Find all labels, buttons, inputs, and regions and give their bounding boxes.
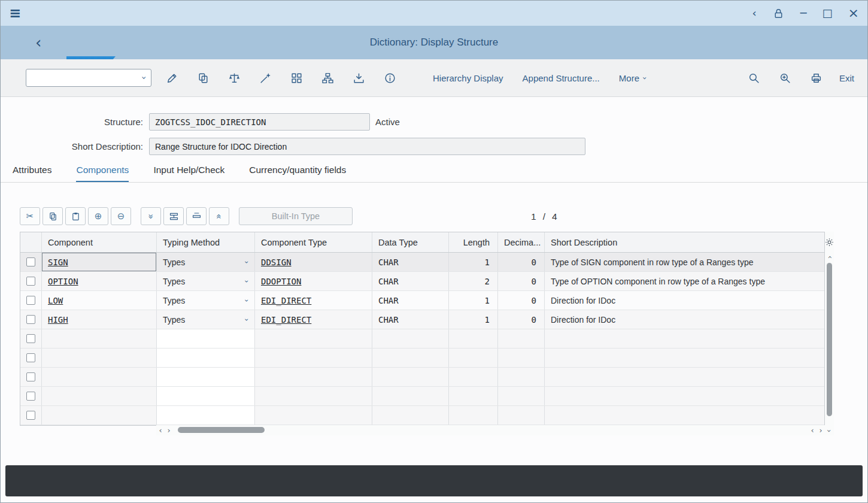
menu-icon[interactable]: ≡ [9, 6, 21, 20]
status-bar [5, 465, 863, 496]
component-type-link[interactable]: EDI_DIRECT [261, 296, 311, 305]
component-type-link[interactable]: DDOPTION [261, 277, 301, 286]
typing-method-select[interactable] [157, 329, 255, 348]
hierarchy-display-button[interactable]: Hierarchy Display [433, 73, 503, 83]
maximize-icon[interactable]: □ [823, 8, 833, 19]
typing-method-select[interactable] [157, 406, 255, 425]
component-type-link[interactable]: DDSIGN [261, 257, 292, 267]
row-select-checkbox[interactable] [26, 372, 35, 381]
table-row-empty[interactable] [20, 329, 824, 349]
search-icon[interactable] [747, 67, 761, 89]
row-select-checkbox[interactable] [26, 411, 35, 420]
column-header-component-type[interactable]: Component Type [255, 232, 372, 252]
table-cell [498, 368, 545, 386]
column-header-length[interactable]: Length [449, 232, 498, 252]
cut-icon[interactable]: ✂ [20, 207, 40, 225]
check-icon[interactable] [227, 67, 241, 89]
insert-line-icon[interactable] [163, 207, 184, 225]
select-all-header[interactable] [20, 232, 42, 252]
structure-field[interactable]: ZOGTCSS_IDOC_DIRECTION [149, 113, 370, 131]
typing-method-select[interactable]: Types › [157, 253, 255, 271]
runtime-object-icon[interactable] [289, 67, 304, 89]
tab-attributes[interactable]: Attributes [13, 161, 51, 183]
vertical-scroll-thumb[interactable] [827, 263, 832, 416]
minimize-icon[interactable]: ─ [800, 8, 807, 19]
paste-icon[interactable] [65, 207, 86, 225]
display-change-icon[interactable] [165, 67, 179, 89]
scroll-down-icon[interactable]: › [825, 426, 834, 435]
row-select-checkbox[interactable] [26, 392, 35, 401]
typing-method-select[interactable]: Types › [157, 272, 255, 290]
delete-row-icon[interactable]: ⊖ [111, 207, 131, 225]
table-row[interactable]: LOW Types › EDI_DIRECT CHAR 1 0 Directio… [20, 291, 824, 310]
vertical-scroll-track[interactable] [825, 262, 834, 426]
table-row-empty[interactable] [20, 387, 824, 406]
column-header-decimals[interactable]: Decima... [498, 232, 545, 252]
component-link[interactable]: SIGN [48, 257, 68, 267]
table-cell [20, 329, 42, 348]
row-select-checkbox[interactable] [26, 353, 35, 362]
table-row-empty[interactable] [20, 349, 824, 368]
typing-method-select[interactable] [157, 368, 255, 386]
tab-input-help-check[interactable]: Input Help/Check [153, 161, 224, 183]
page-down-icon[interactable]: » [141, 207, 161, 225]
where-used-icon[interactable] [320, 67, 335, 89]
table-settings-button[interactable] [825, 232, 834, 252]
lock-icon[interactable] [772, 7, 785, 20]
insert-row-icon[interactable]: ⊕ [88, 207, 108, 225]
typing-method-select[interactable] [157, 349, 255, 367]
scroll-left-icon[interactable]: ‹ [156, 426, 165, 434]
print-icon[interactable] [809, 67, 824, 89]
scroll-right-icon[interactable]: › [165, 426, 173, 434]
import-icon[interactable] [351, 67, 366, 89]
copy-icon[interactable] [43, 207, 63, 225]
typing-method-select[interactable]: Types › [157, 310, 255, 329]
components-table: Component Typing Method Component Type D… [20, 232, 825, 426]
scroll-left-icon[interactable]: ‹ [808, 426, 817, 434]
column-header-data-type[interactable]: Data Type [372, 232, 449, 252]
row-select-checkbox[interactable] [26, 277, 35, 286]
component-link[interactable]: LOW [48, 296, 63, 305]
table-row-empty[interactable] [20, 406, 824, 425]
info-icon[interactable] [383, 67, 397, 89]
table-cell [545, 368, 824, 386]
component-link[interactable]: OPTION [48, 277, 78, 286]
exit-button[interactable]: Exit [839, 73, 854, 83]
horizontal-scroll-track[interactable] [173, 425, 808, 435]
command-field[interactable]: › [26, 69, 151, 87]
table-row[interactable]: HIGH Types › EDI_DIRECT CHAR 1 0 Directi… [20, 310, 824, 329]
tab-components[interactable]: Components [76, 161, 129, 183]
page-up-icon[interactable]: » [209, 207, 229, 225]
close-icon[interactable]: × [848, 7, 859, 20]
column-header-component[interactable]: Component [42, 232, 157, 252]
more-button[interactable]: More › [619, 73, 647, 83]
search-plus-icon[interactable] [778, 67, 793, 89]
horizontal-scroll-thumb[interactable] [178, 427, 265, 433]
typing-method-select[interactable] [157, 387, 255, 405]
built-in-type-button[interactable]: Built-In Type [239, 207, 353, 225]
row-select-checkbox[interactable] [26, 257, 35, 266]
row-select-checkbox[interactable] [26, 334, 35, 343]
short-description-field[interactable]: Range Structure for IDOC Direction [149, 138, 585, 155]
back-icon[interactable]: ‹ [752, 8, 757, 19]
table-row[interactable]: OPTION Types › DDOPTION CHAR 2 0 Type of… [20, 272, 824, 291]
append-structure-button[interactable]: Append Structure... [523, 73, 600, 83]
table-row-empty[interactable] [20, 368, 824, 387]
row-select-checkbox[interactable] [26, 296, 35, 305]
column-header-short-description[interactable]: Short Description [545, 232, 824, 252]
scroll-right-icon[interactable]: › [817, 426, 825, 434]
component-type-link[interactable]: EDI_DIRECT [261, 315, 311, 325]
chevron-down-icon[interactable]: › [140, 76, 148, 80]
length-value: 2 [485, 277, 490, 286]
component-link[interactable]: HIGH [48, 315, 68, 325]
delete-line-icon[interactable] [186, 207, 207, 225]
typing-method-select[interactable]: Types › [157, 291, 255, 310]
copy-object-icon[interactable] [196, 67, 210, 89]
scroll-up-icon[interactable]: › [825, 252, 834, 262]
page-separator: / [543, 211, 545, 222]
tab-currency-quantity-fields[interactable]: Currency/quantity fields [249, 161, 346, 183]
table-row[interactable]: SIGN Types › DDSIGN CHAR 1 0 Type of SIG… [20, 253, 824, 272]
row-select-checkbox[interactable] [26, 315, 35, 324]
column-header-typing-method[interactable]: Typing Method [157, 232, 255, 252]
activate-icon[interactable] [258, 67, 272, 89]
